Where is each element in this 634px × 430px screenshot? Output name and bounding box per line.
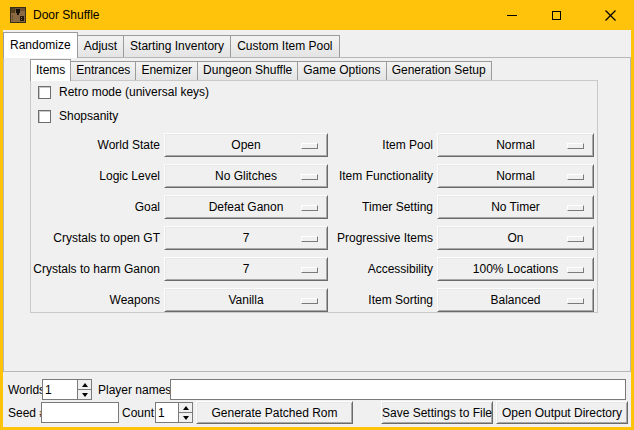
- window-title: Door Shuffle: [33, 8, 100, 22]
- tab-label: Entrances: [76, 63, 130, 77]
- item-pool-label: Item Pool: [280, 138, 433, 152]
- logic-level-label: Logic Level: [20, 169, 160, 183]
- minimize-icon: [507, 15, 517, 16]
- tab-enemizer[interactable]: Enemizer: [135, 61, 198, 80]
- tab-entrances[interactable]: Entrances: [70, 61, 136, 80]
- arrow-down-icon: [82, 393, 88, 397]
- dropdown-value: Normal: [496, 169, 535, 183]
- count-spinner[interactable]: [155, 402, 193, 423]
- count-label: Count: [122, 406, 154, 420]
- dropdown-value: On: [507, 231, 523, 245]
- minimize-button[interactable]: [489, 0, 534, 30]
- tab-items[interactable]: Items: [30, 59, 71, 81]
- worlds-label: Worlds: [8, 383, 45, 397]
- title-bar[interactable]: Door Shuffle: [0, 0, 634, 30]
- randomize-sub-tab-bar: Items Entrances Enemizer Dungeon Shuffle…: [30, 58, 491, 80]
- tab-starting-inventory[interactable]: Starting Inventory: [123, 35, 231, 57]
- player-names-input[interactable]: [170, 379, 626, 400]
- tab-label: Generation Setup: [392, 63, 486, 77]
- checkbox-label: Retro mode (universal keys): [59, 85, 209, 99]
- dropdown-value: Normal: [496, 138, 535, 152]
- dropdown-value: Balanced: [490, 293, 540, 307]
- dropdown-handle-icon: [567, 143, 584, 149]
- arrow-up-icon: [82, 383, 88, 387]
- progressive-items-dropdown[interactable]: On: [437, 226, 594, 250]
- checkbox-icon[interactable]: [38, 110, 51, 123]
- dropdown-value: Defeat Ganon: [209, 200, 284, 214]
- accessibility-dropdown[interactable]: 100% Locations: [437, 257, 594, 281]
- progressive-items-label: Progressive Items: [280, 231, 433, 245]
- world-state-label: World State: [20, 138, 160, 152]
- maximize-button[interactable]: [534, 0, 579, 30]
- goal-label: Goal: [20, 200, 160, 214]
- tab-dungeon-shuffle[interactable]: Dungeon Shuffle: [197, 61, 298, 80]
- dropdown-value: 7: [243, 262, 250, 276]
- player-names-label: Player names: [98, 383, 171, 397]
- dropdown-value: Vanilla: [228, 293, 263, 307]
- spin-up-button[interactable]: [78, 380, 91, 389]
- save-settings-button[interactable]: Save Settings to File: [381, 401, 493, 424]
- crystals-gt-label: Crystals to open GT: [20, 231, 160, 245]
- tab-label: Enemizer: [141, 63, 192, 77]
- tab-label: Randomize: [10, 38, 71, 52]
- door-shuffle-window: Door Shuffle Randomize Adjust Starting I…: [0, 0, 634, 430]
- spinner-arrows: [178, 403, 192, 422]
- arrow-down-icon: [183, 416, 189, 420]
- tab-game-options[interactable]: Game Options: [297, 61, 386, 80]
- item-pool-dropdown[interactable]: Normal: [437, 133, 594, 157]
- dropdown-handle-icon: [567, 174, 584, 180]
- dropdown-handle-icon: [567, 267, 584, 273]
- timer-setting-dropdown[interactable]: No Timer: [437, 195, 594, 219]
- worlds-input[interactable]: [43, 380, 77, 399]
- tab-label: Dungeon Shuffle: [203, 63, 292, 77]
- close-icon: [605, 10, 616, 21]
- close-button[interactable]: [588, 0, 633, 30]
- item-functionality-label: Item Functionality: [280, 169, 433, 183]
- retro-mode-checkbox[interactable]: Retro mode (universal keys): [38, 85, 209, 99]
- button-label: Open Output Directory: [502, 406, 622, 420]
- accessibility-label: Accessibility: [280, 262, 433, 276]
- maximize-icon: [552, 11, 561, 20]
- weapons-label: Weapons: [20, 293, 160, 307]
- button-label: Save Settings to File: [382, 406, 492, 420]
- checkbox-label: Shopsanity: [59, 109, 118, 123]
- spin-down-button[interactable]: [78, 389, 91, 399]
- main-tab-bar: Randomize Adjust Starting Inventory Cust…: [3, 31, 339, 57]
- tab-label: Custom Item Pool: [237, 39, 332, 53]
- dropdown-value: 100% Locations: [473, 262, 558, 276]
- open-output-directory-button[interactable]: Open Output Directory: [496, 401, 628, 424]
- tab-label: Items: [36, 63, 65, 77]
- dropdown-value: 7: [243, 231, 250, 245]
- dropdown-handle-icon: [567, 236, 584, 242]
- item-sorting-dropdown[interactable]: Balanced: [437, 288, 594, 312]
- tab-randomize[interactable]: Randomize: [3, 32, 78, 58]
- dropdown-value: No Timer: [491, 200, 540, 214]
- button-label: Generate Patched Rom: [211, 406, 337, 420]
- tab-label: Game Options: [303, 63, 380, 77]
- spinner-arrows: [77, 380, 91, 399]
- checkbox-icon[interactable]: [38, 86, 51, 99]
- timer-setting-label: Timer Setting: [280, 200, 433, 214]
- dropdown-handle-icon: [567, 205, 584, 211]
- worlds-spinner[interactable]: [42, 379, 92, 400]
- seed-input[interactable]: [41, 402, 119, 423]
- spin-up-button[interactable]: [179, 403, 192, 412]
- app-door-icon: [10, 7, 26, 23]
- tab-label: Starting Inventory: [130, 39, 224, 53]
- item-sorting-label: Item Sorting: [280, 293, 433, 307]
- shopsanity-checkbox[interactable]: Shopsanity: [38, 109, 118, 123]
- tab-adjust[interactable]: Adjust: [77, 35, 124, 57]
- dropdown-value: No Glitches: [215, 169, 277, 183]
- generate-patched-rom-button[interactable]: Generate Patched Rom: [196, 401, 353, 424]
- tab-generation-setup[interactable]: Generation Setup: [386, 61, 492, 80]
- count-input[interactable]: [156, 403, 178, 422]
- crystals-ganon-label: Crystals to harm Ganon: [20, 262, 160, 276]
- item-functionality-dropdown[interactable]: Normal: [437, 164, 594, 188]
- dropdown-value: Open: [231, 138, 260, 152]
- tab-custom-item-pool[interactable]: Custom Item Pool: [230, 35, 339, 57]
- arrow-up-icon: [183, 406, 189, 410]
- spin-down-button[interactable]: [179, 412, 192, 422]
- tab-label: Adjust: [84, 39, 117, 53]
- dropdown-handle-icon: [567, 298, 584, 304]
